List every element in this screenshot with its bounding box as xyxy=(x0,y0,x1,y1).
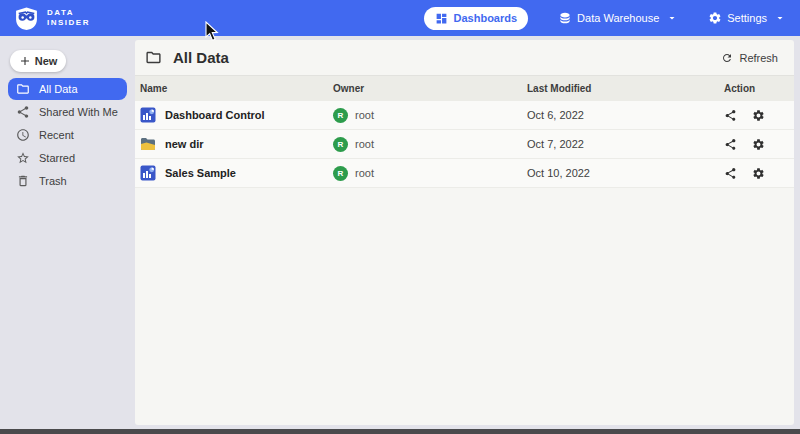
share-icon[interactable] xyxy=(724,138,737,151)
share-icon[interactable] xyxy=(724,167,737,180)
new-button[interactable]: New xyxy=(10,50,66,72)
dashboard-grid-icon xyxy=(435,12,448,25)
main-content: All Data Refresh Name Owner Last Modifie… xyxy=(135,40,794,425)
sidebar: New All Data Shared With Me Recent Starr… xyxy=(0,36,135,429)
table-row[interactable]: Dashboard Control R root Oct 6, 2022 xyxy=(135,101,794,130)
sidebar-item-all-data[interactable]: All Data xyxy=(8,78,127,100)
app-title: DATA INSIDER xyxy=(47,8,90,28)
sidebar-item-starred[interactable]: Starred xyxy=(8,147,127,169)
app-header: DATA INSIDER Dashboards Data Warehouse xyxy=(0,0,800,36)
sidebar-item-label: Starred xyxy=(39,152,75,164)
chevron-down-icon xyxy=(666,12,678,24)
gear-icon[interactable] xyxy=(752,167,765,180)
share-person-icon xyxy=(16,105,30,119)
dashboards-button[interactable]: Dashboards xyxy=(424,7,529,30)
sidebar-item-trash[interactable]: Trash xyxy=(8,170,127,192)
last-modified: Oct 10, 2022 xyxy=(527,167,724,179)
column-header-owner: Owner xyxy=(333,83,527,94)
database-icon xyxy=(558,11,572,25)
owl-logo-icon xyxy=(14,6,39,31)
table-row[interactable]: new dir R root Oct 7, 2022 xyxy=(135,130,794,159)
sidebar-item-label: Shared With Me xyxy=(39,106,118,118)
top-navigation: Dashboards Data Warehouse Settings xyxy=(424,7,786,30)
sidebar-item-label: Trash xyxy=(39,175,67,187)
sidebar-item-shared-with-me[interactable]: Shared With Me xyxy=(8,101,127,123)
sidebar-item-label: Recent xyxy=(39,129,74,141)
trash-icon xyxy=(16,174,30,188)
owner-avatar: R xyxy=(333,166,348,181)
column-header-name: Name xyxy=(140,83,333,94)
column-header-action: Action xyxy=(724,83,794,94)
last-modified: Oct 6, 2022 xyxy=(527,109,724,121)
last-modified: Oct 7, 2022 xyxy=(527,138,724,150)
clock-icon xyxy=(16,128,30,142)
gear-icon[interactable] xyxy=(752,138,765,151)
file-name: new dir xyxy=(165,138,204,150)
dashboard-file-icon xyxy=(140,107,156,123)
data-warehouse-menu[interactable]: Data Warehouse xyxy=(558,11,678,25)
content-header: All Data Refresh xyxy=(135,40,794,76)
file-name: Sales Sample xyxy=(165,167,236,179)
window-bottom-edge xyxy=(0,429,800,434)
owner-avatar: R xyxy=(333,137,348,152)
gear-icon xyxy=(708,11,722,25)
sidebar-menu: All Data Shared With Me Recent Starred T… xyxy=(0,78,135,192)
page-title: All Data xyxy=(173,49,229,66)
settings-menu[interactable]: Settings xyxy=(708,11,786,25)
refresh-icon xyxy=(721,52,733,64)
owner-name: root xyxy=(355,167,374,179)
table-row[interactable]: Sales Sample R root Oct 10, 2022 xyxy=(135,159,794,188)
owner-name: root xyxy=(355,109,374,121)
sidebar-item-recent[interactable]: Recent xyxy=(8,124,127,146)
folder-icon xyxy=(145,49,162,66)
sidebar-item-label: All Data xyxy=(39,83,78,95)
column-header-last-modified: Last Modified xyxy=(527,83,724,94)
gear-icon[interactable] xyxy=(752,109,765,122)
table-header-row: Name Owner Last Modified Action xyxy=(135,76,794,101)
chevron-down-icon xyxy=(774,12,786,24)
app-logo: DATA INSIDER xyxy=(14,6,90,31)
owner-avatar: R xyxy=(333,108,348,123)
dashboard-file-icon xyxy=(140,165,156,181)
file-name: Dashboard Control xyxy=(165,109,265,121)
refresh-button[interactable]: Refresh xyxy=(715,51,784,65)
folder-file-icon xyxy=(140,136,156,152)
plus-icon xyxy=(19,55,31,67)
star-icon xyxy=(16,151,30,165)
table-body: Dashboard Control R root Oct 6, 2022 xyxy=(135,101,794,188)
folder-icon xyxy=(16,82,30,96)
share-icon[interactable] xyxy=(724,109,737,122)
owner-name: root xyxy=(355,138,374,150)
